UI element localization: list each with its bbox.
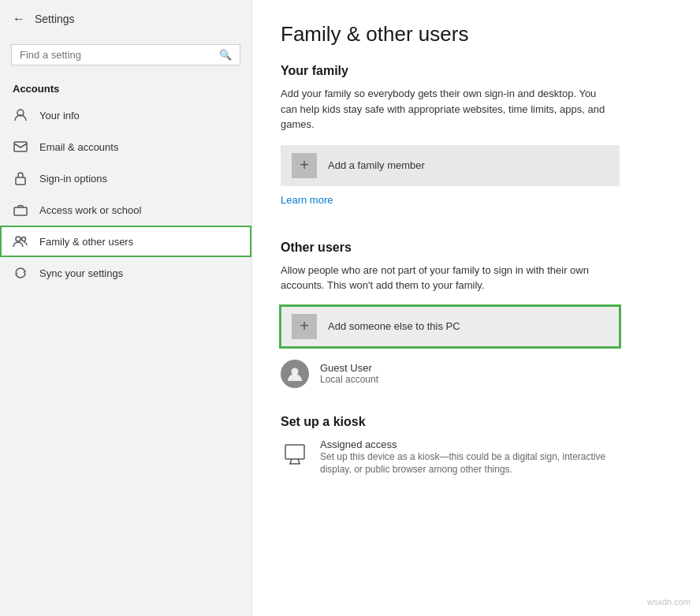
sidebar-item-family-users[interactable]: Family & other users — [0, 226, 251, 257]
search-input[interactable] — [20, 49, 213, 61]
main-content: Family & other users Your family Add you… — [252, 0, 700, 616]
kiosk-title: Set up a kiosk — [281, 415, 672, 429]
other-users-title: Other users — [281, 241, 672, 255]
your-info-icon — [13, 107, 28, 123]
sidebar-item-label-work: Access work or school — [39, 204, 141, 216]
learn-more-link[interactable]: Learn more — [281, 194, 333, 206]
your-family-desc: Add your family so everybody gets their … — [281, 86, 612, 133]
add-family-plus-icon: + — [292, 153, 317, 178]
sidebar-item-label-family: Family & other users — [39, 236, 133, 248]
guest-user-name: Guest User — [320, 362, 378, 374]
kiosk-section: Set up a kiosk Assigned access Set up th… — [281, 415, 672, 477]
guest-user-type: Local account — [320, 374, 378, 385]
guest-user-info: Guest User Local account — [320, 362, 378, 385]
kiosk-text: Assigned access Set up this device as a … — [320, 439, 612, 477]
add-other-label: Add someone else to this PC — [328, 320, 460, 332]
sidebar-title: Settings — [35, 13, 75, 25]
sidebar: ← Settings 🔍 Accounts Your info Email & … — [0, 0, 252, 616]
sync-icon — [13, 265, 28, 281]
other-users-desc: Allow people who are not part of your fa… — [281, 263, 612, 293]
kiosk-item-desc: Set up this device as a kiosk—this could… — [320, 450, 612, 477]
sidebar-item-work-school[interactable]: Access work or school — [0, 194, 251, 226]
add-family-label: Add a family member — [328, 159, 425, 171]
sidebar-item-label-signin: Sign-in options — [39, 173, 107, 185]
search-icon[interactable]: 🔍 — [219, 49, 232, 61]
page-title: Family & other users — [281, 22, 672, 47]
svg-line-9 — [298, 459, 300, 464]
add-other-user-button[interactable]: + Add someone else to this PC — [281, 306, 620, 347]
kiosk-monitor-icon — [281, 440, 309, 469]
sidebar-item-email-accounts[interactable]: Email & accounts — [0, 131, 251, 162]
svg-rect-3 — [14, 207, 27, 215]
sidebar-item-label-sync: Sync your settings — [39, 267, 123, 279]
your-family-title: Your family — [281, 64, 672, 78]
add-other-plus-icon: + — [292, 314, 317, 339]
svg-point-5 — [22, 237, 26, 241]
sidebar-item-label-email: Email & accounts — [39, 141, 118, 153]
svg-line-8 — [290, 459, 292, 464]
briefcase-icon — [13, 202, 28, 218]
lock-icon — [13, 170, 28, 186]
guest-user-item[interactable]: Guest User Local account — [281, 353, 620, 394]
svg-rect-1 — [14, 142, 27, 151]
guest-user-avatar — [281, 360, 309, 388]
svg-point-4 — [16, 237, 20, 241]
kiosk-item-title: Assigned access — [320, 439, 612, 450]
add-family-member-button[interactable]: + Add a family member — [281, 145, 620, 186]
kiosk-item: Assigned access Set up this device as a … — [281, 439, 620, 477]
other-users-section: Other users Allow people who are not par… — [281, 241, 672, 394]
search-box: 🔍 — [11, 44, 240, 65]
email-icon — [13, 139, 28, 155]
svg-rect-7 — [285, 445, 304, 459]
sidebar-item-your-info[interactable]: Your info — [0, 99, 251, 131]
sidebar-header: ← Settings — [0, 0, 251, 38]
sidebar-item-sync[interactable]: Sync your settings — [0, 257, 251, 289]
back-button[interactable]: ← — [13, 12, 25, 26]
family-icon — [13, 233, 28, 249]
sidebar-item-sign-in[interactable]: Sign-in options — [0, 162, 251, 194]
accounts-label: Accounts — [0, 72, 251, 99]
your-family-section: Your family Add your family so everybody… — [281, 64, 672, 226]
svg-rect-2 — [16, 177, 25, 185]
sidebar-item-label-your-info: Your info — [39, 110, 80, 121]
